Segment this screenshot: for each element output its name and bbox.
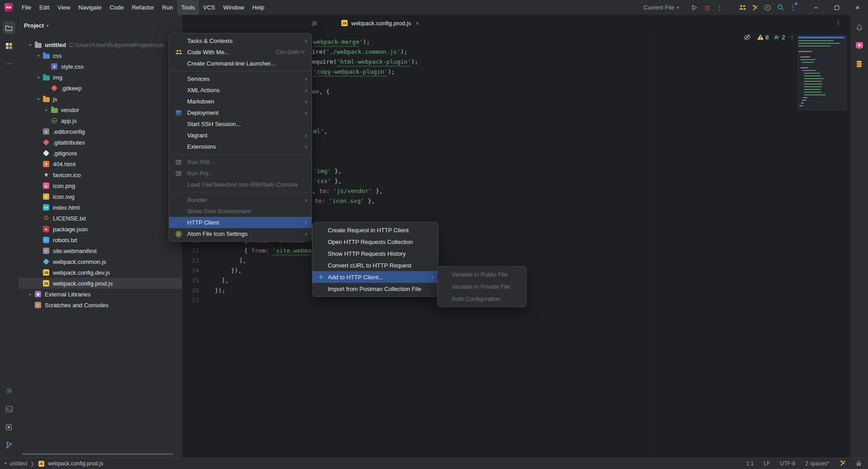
run-configuration-selector[interactable]: Current File ▾ — [644, 4, 679, 11]
tree-item-webpack-common-js[interactable]: webpack.common.js — [18, 256, 182, 267]
menu-item-deployment[interactable]: Deployment› — [169, 107, 311, 118]
menu-item-code-with-me[interactable]: Code With Me...Ctrl+Shift+Y — [169, 47, 311, 58]
minimap[interactable] — [797, 35, 847, 111]
debug-button[interactable] — [701, 1, 713, 14]
tree-item-vendor[interactable]: ▸vendor — [18, 104, 182, 115]
tree-item-icon-png[interactable]: ▲icon.png — [18, 180, 182, 191]
more-tool-windows-button[interactable]: ⋯ — [3, 57, 15, 70]
tree-item-img[interactable]: ▾img — [18, 72, 182, 83]
project-panel-header[interactable]: Project ▾ — [24, 22, 49, 29]
chevron-expanded-icon[interactable]: ▾ — [26, 43, 34, 47]
gems-button[interactable] — [3, 385, 15, 397]
tree-item-js[interactable]: ▾js — [18, 94, 182, 104]
tree-item-index-html[interactable]: <>index.html — [18, 202, 182, 213]
menu-item-atom-file-icon-settings[interactable]: Atom File Icon Settings› — [169, 228, 311, 239]
write-access-button[interactable] — [856, 460, 862, 468]
restore-button[interactable] — [826, 0, 847, 15]
chevron-collapsed-icon[interactable]: ▸ — [26, 292, 34, 296]
menu-view[interactable]: View — [53, 0, 74, 15]
tree-item-scratches-and-consoles[interactable]: ≡Scratches and Consoles — [18, 300, 182, 310]
rubymine-logo-icon[interactable]: RM — [5, 3, 13, 12]
tree-item-gitattributes[interactable]: .gitattributes — [18, 137, 182, 148]
status-lf[interactable]: LF — [764, 460, 770, 467]
notifications-button[interactable] — [853, 21, 866, 34]
menu-edit[interactable]: Edit — [35, 0, 53, 15]
menu-help[interactable]: Help — [248, 0, 269, 15]
menu-item-start-ssh-session[interactable]: Start SSH Session... — [169, 118, 311, 130]
project-tool-window-button[interactable] — [3, 21, 15, 34]
chevron-collapsed-icon[interactable]: ▸ — [42, 108, 51, 112]
menu-window[interactable]: Window — [219, 0, 248, 15]
chevron-expanded-icon[interactable]: ▾ — [34, 54, 42, 58]
menu-item-add-to-http-client[interactable]: Add to HTTP Client...› — [312, 271, 438, 283]
status-2-spaces[interactable]: 2 spaces* — [805, 460, 829, 467]
tree-item-package-json[interactable]: npackage.json — [18, 224, 182, 234]
tree-item-editorconfig[interactable]: e.editorconfig — [18, 126, 182, 137]
menu-item-services[interactable]: Services› — [169, 73, 311, 84]
tab-webpack-config-prod[interactable]: JS webpack.config.prod.js × — [336, 15, 424, 31]
menu-file[interactable]: File — [18, 0, 35, 15]
tree-item-license-txt[interactable]: ©LICENSE.txt — [18, 213, 182, 224]
tree-item-gitkeep[interactable]: .gitkeep — [18, 83, 182, 94]
menu-navigate[interactable]: Navigate — [74, 0, 105, 15]
tree-item-webpack-config-dev-js[interactable]: JSwebpack.config.dev.js — [18, 267, 182, 278]
structure-tool-window-button[interactable] — [3, 39, 15, 52]
menu-item-create-command-line-launcher[interactable]: Create Command-line Launcher... — [169, 58, 311, 69]
menu-code[interactable]: Code — [106, 0, 128, 15]
menu-vcs[interactable]: VCS — [199, 0, 219, 15]
highlighting-off-eye-icon[interactable] — [743, 33, 751, 41]
breadcrumb-file[interactable]: webpack.config.prod.js — [48, 460, 103, 467]
horizontal-scrollbar[interactable] — [22, 453, 173, 455]
menu-tools[interactable]: Tools — [177, 0, 199, 15]
tree-item-external-libraries[interactable]: ▸≣External Libraries — [18, 289, 182, 300]
tree-item-style-css[interactable]: 3style.css — [18, 61, 182, 72]
tree-item-gitignore[interactable]: .gitignore — [18, 148, 182, 159]
settings-menu-button[interactable]: ⋮ — [787, 1, 799, 14]
tree-item-webpack-config-prod-js[interactable]: JSwebpack.config.prod.js — [18, 278, 182, 289]
close-button[interactable]: × — [847, 0, 868, 15]
status-utf-8[interactable]: UTF-8 — [780, 460, 795, 467]
tree-item-site-webmanifest[interactable]: ≡site.webmanifest — [18, 245, 182, 256]
menu-item-tasks-contexts[interactable]: Tasks & Contexts› — [169, 35, 311, 47]
code-with-me-button[interactable] — [736, 1, 749, 14]
ai-assistant-button[interactable] — [853, 39, 866, 52]
typos-counter[interactable]: A✓ 2 — [774, 34, 785, 41]
menu-item-open-http-requests-collection[interactable]: Open HTTP Requests Collection — [312, 236, 438, 248]
menu-item-import-from-postman-collection-file[interactable]: Import from Postman Collection File — [312, 283, 438, 295]
tree-item-untitled[interactable]: ▾untitledC:\Users\User\RubymineProjects\… — [18, 39, 182, 50]
tree-item-404-html[interactable]: 5404.html — [18, 159, 182, 169]
atom-plugin-button[interactable] — [761, 1, 774, 14]
status-1-1[interactable]: 1:1 — [746, 460, 754, 467]
previous-problem-arrow-icon[interactable]: ↑ — [790, 33, 794, 41]
menu-item-extensions[interactable]: Extensions› — [169, 141, 311, 152]
git-tool-window-button[interactable] — [3, 439, 15, 451]
tree-item-app-js[interactable]: jsapp.js — [18, 115, 182, 126]
menu-refactor[interactable]: Refactor — [128, 0, 158, 15]
inspections-profile-button[interactable] — [839, 460, 846, 468]
database-button[interactable] — [853, 57, 866, 70]
tree-item-robots-txt[interactable]: ••robots.txt — [18, 234, 182, 245]
search-everywhere-button[interactable] — [774, 1, 787, 14]
terminal-tool-window-button[interactable] — [3, 403, 15, 415]
menu-item-convert-curl-to-http-request[interactable]: Convert cURL to HTTP Request — [312, 259, 438, 271]
menu-run[interactable]: Run — [158, 0, 177, 15]
menu-item-vagrant[interactable]: Vagrant› — [169, 130, 311, 141]
partially-hidden-tab[interactable]: .js — [311, 15, 317, 31]
tree-item-css[interactable]: ▾css — [18, 50, 182, 61]
menu-item-xml-actions[interactable]: XML Actions› — [169, 84, 311, 96]
menu-item-markdown[interactable]: Markdown› — [169, 96, 311, 107]
tree-item-icon-svg[interactable]: Sicon.svg — [18, 191, 182, 202]
minimize-button[interactable]: − — [806, 0, 826, 15]
chevron-expanded-icon[interactable]: ▾ — [34, 97, 42, 101]
services-tool-window-button[interactable] — [3, 421, 15, 433]
chevron-expanded-icon[interactable]: ▾ — [34, 75, 42, 80]
menu-item-http-client[interactable]: HTTP Client› — [169, 217, 311, 228]
close-tab-icon[interactable]: × — [415, 20, 419, 27]
more-actions-button[interactable]: ⋮ — [713, 1, 726, 14]
run-button[interactable] — [688, 1, 701, 14]
menu-item-show-http-requests-history[interactable]: Show HTTP Requests History — [312, 248, 438, 259]
tools-button[interactable] — [749, 1, 761, 14]
menu-item-create-request-in-http-client[interactable]: Create Request in HTTP Client — [312, 224, 438, 236]
breadcrumb-project[interactable]: untitled — [9, 460, 27, 467]
warnings-counter[interactable]: 8 — [757, 34, 769, 41]
